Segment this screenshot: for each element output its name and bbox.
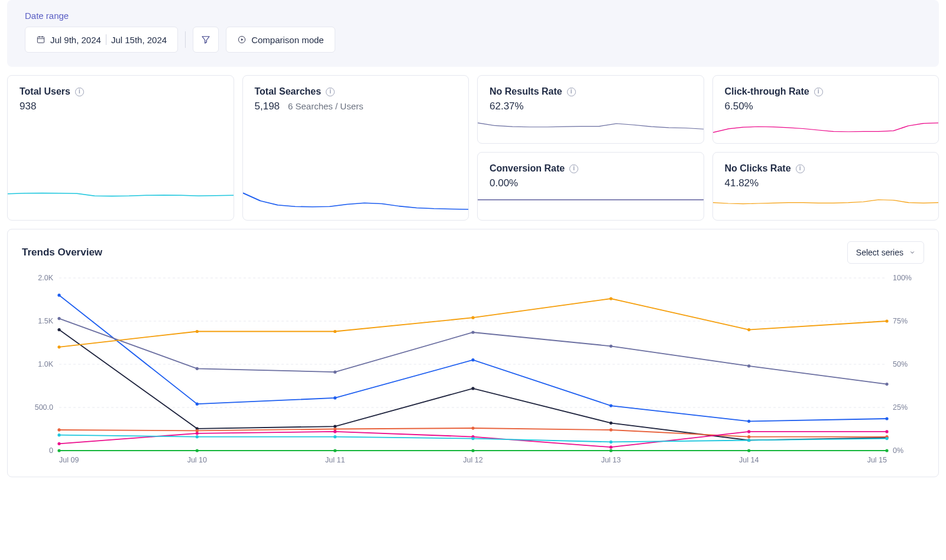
svg-point-41 xyxy=(471,387,474,390)
date-range-label: Date range xyxy=(25,11,921,21)
svg-point-68 xyxy=(333,435,336,438)
svg-point-36 xyxy=(747,364,750,367)
select-series-button[interactable]: Select series xyxy=(847,241,924,264)
svg-text:50%: 50% xyxy=(893,360,908,368)
calendar-icon xyxy=(36,35,46,44)
card-click-through-rate[interactable]: Click-through Rate 6.50% xyxy=(712,75,939,144)
card-value: 0.00% xyxy=(490,177,692,189)
svg-point-77 xyxy=(610,449,613,452)
svg-text:500.0: 500.0 xyxy=(35,403,53,412)
filter-row: Jul 9th, 2024 Jul 15th, 2024 Comparison … xyxy=(25,27,921,53)
card-no-clicks-rate[interactable]: No Clicks Rate 41.82% xyxy=(712,152,939,221)
svg-point-69 xyxy=(471,437,474,440)
svg-point-56 xyxy=(610,428,613,431)
filter-panel: Date range Jul 9th, 2024 Jul 15th, 2024 xyxy=(7,0,939,67)
svg-point-66 xyxy=(57,433,60,436)
card-title: Click-through Rate xyxy=(725,86,809,97)
info-icon[interactable] xyxy=(569,164,578,173)
svg-point-49 xyxy=(610,297,613,300)
svg-point-25 xyxy=(196,403,199,406)
svg-point-47 xyxy=(333,330,336,333)
svg-text:2.0K: 2.0K xyxy=(38,274,53,282)
svg-point-72 xyxy=(885,437,888,440)
svg-text:25%: 25% xyxy=(893,403,908,412)
svg-point-26 xyxy=(333,396,336,399)
svg-text:Jul 11: Jul 11 xyxy=(325,456,345,464)
card-value: 5,198 xyxy=(255,101,280,112)
svg-point-50 xyxy=(747,328,750,331)
svg-point-48 xyxy=(471,316,474,319)
svg-text:1.0K: 1.0K xyxy=(38,360,53,368)
vertical-separator xyxy=(185,31,186,48)
svg-point-42 xyxy=(610,422,613,425)
svg-text:Jul 13: Jul 13 xyxy=(601,456,621,464)
trends-title: Trends Overview xyxy=(22,247,102,258)
card-value: 41.82% xyxy=(725,177,927,189)
funnel-icon xyxy=(200,34,211,45)
svg-point-61 xyxy=(333,430,336,433)
info-icon[interactable] xyxy=(567,88,576,96)
svg-point-65 xyxy=(885,430,888,433)
card-value: 62.37% xyxy=(490,101,692,112)
info-icon[interactable] xyxy=(326,88,335,96)
sparkline-no-clicks-rate xyxy=(713,199,939,220)
card-total-searches[interactable]: Total Searches 5,198 6 Searches / Users xyxy=(242,75,469,221)
card-value: 938 xyxy=(20,101,222,112)
svg-point-38 xyxy=(57,328,60,331)
svg-point-67 xyxy=(196,435,199,438)
svg-text:1.5K: 1.5K xyxy=(38,317,53,325)
svg-point-32 xyxy=(196,367,199,370)
svg-text:100%: 100% xyxy=(893,274,912,282)
sparkline-no-results-rate xyxy=(478,122,704,143)
svg-point-71 xyxy=(747,439,750,442)
sparkline-total-users xyxy=(8,192,234,220)
card-title: No Results Rate xyxy=(490,86,562,97)
svg-text:Jul 14: Jul 14 xyxy=(739,456,759,464)
svg-point-27 xyxy=(471,358,474,361)
svg-point-79 xyxy=(885,449,888,452)
card-conversion-rate[interactable]: Conversion Rate 0.00% xyxy=(477,152,704,221)
svg-point-24 xyxy=(57,294,60,297)
svg-point-55 xyxy=(471,426,474,429)
filter-button[interactable] xyxy=(193,27,219,53)
svg-point-64 xyxy=(747,430,750,433)
svg-point-30 xyxy=(885,417,888,420)
sparkline-conversion-rate xyxy=(478,199,704,220)
svg-text:Jul 15: Jul 15 xyxy=(867,456,887,464)
svg-point-63 xyxy=(610,446,613,449)
info-icon[interactable] xyxy=(814,88,823,96)
svg-point-73 xyxy=(57,449,60,452)
info-icon[interactable] xyxy=(796,164,805,173)
svg-text:Jul 09: Jul 09 xyxy=(59,456,79,464)
svg-point-29 xyxy=(747,420,750,423)
card-no-results-rate[interactable]: No Results Rate 62.37% xyxy=(477,75,704,144)
card-title: No Clicks Rate xyxy=(725,163,791,174)
kpi-cards-grid: Total Users 938 Total Searches 5,198 6 S… xyxy=(7,75,939,221)
card-title: Total Searches xyxy=(255,86,322,97)
play-circle-icon xyxy=(237,35,247,44)
svg-point-37 xyxy=(885,383,888,386)
comparison-mode-label: Comparison mode xyxy=(251,35,324,45)
svg-rect-0 xyxy=(37,37,44,43)
info-icon[interactable] xyxy=(75,88,84,96)
card-subvalue: 6 Searches / Users xyxy=(288,101,364,111)
chevron-down-icon xyxy=(909,250,915,255)
card-total-users[interactable]: Total Users 938 xyxy=(7,75,234,221)
svg-point-35 xyxy=(610,345,613,348)
trends-chart: 00%500.025%1.0K50%1.5K75%2.0K100%Jul 09J… xyxy=(22,267,924,468)
svg-point-70 xyxy=(610,441,613,444)
svg-point-31 xyxy=(57,317,60,320)
svg-point-74 xyxy=(196,449,199,452)
svg-point-45 xyxy=(57,345,60,348)
svg-point-59 xyxy=(57,442,60,445)
sparkline-ctr xyxy=(713,122,939,143)
svg-text:Jul 10: Jul 10 xyxy=(187,456,207,464)
comparison-mode-button[interactable]: Comparison mode xyxy=(226,27,335,53)
svg-point-52 xyxy=(57,428,60,431)
svg-point-34 xyxy=(471,331,474,334)
date-from: Jul 9th, 2024 xyxy=(50,35,101,45)
date-to: Jul 15th, 2024 xyxy=(111,35,167,45)
svg-point-33 xyxy=(333,371,336,374)
svg-point-75 xyxy=(333,449,336,452)
date-range-button[interactable]: Jul 9th, 2024 Jul 15th, 2024 xyxy=(25,27,178,53)
